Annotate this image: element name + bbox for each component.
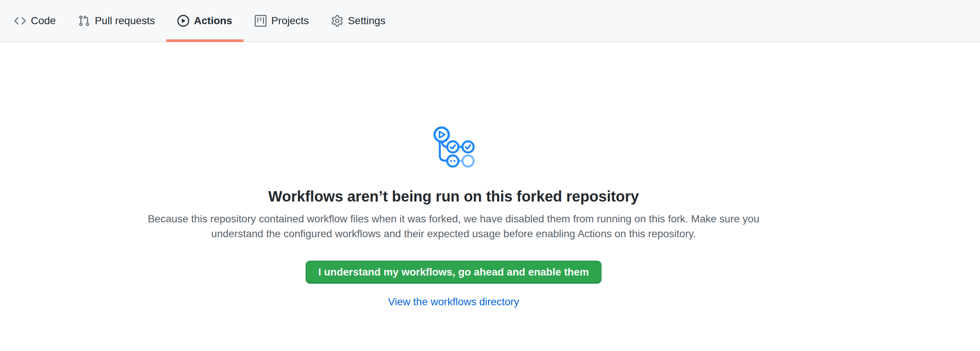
tab-settings-label: Settings — [348, 16, 385, 26]
tab-code[interactable]: Code — [3, 0, 67, 41]
tab-settings[interactable]: Settings — [320, 0, 397, 41]
project-icon — [255, 15, 267, 27]
enable-workflows-button[interactable]: I understand my workflows, go ahead and … — [305, 260, 601, 284]
play-circle-icon — [177, 15, 189, 27]
view-workflows-directory-link[interactable]: View the workflows directory — [388, 295, 519, 308]
repo-underline-nav: Code Pull requests Actions Projects Sett… — [0, 0, 980, 42]
tab-projects-label: Projects — [271, 16, 309, 26]
workflow-graph-icon — [432, 126, 476, 168]
tab-actions[interactable]: Actions — [166, 0, 243, 41]
git-pull-request-icon — [78, 15, 90, 27]
gear-icon — [331, 15, 343, 27]
actions-blankslate: Workflows aren’t being run on this forke… — [0, 42, 907, 308]
page-title: Workflows aren’t being run on this forke… — [0, 187, 907, 206]
tab-projects[interactable]: Projects — [243, 0, 320, 41]
tab-actions-label: Actions — [194, 16, 232, 26]
tab-code-label: Code — [31, 16, 56, 26]
code-icon — [14, 15, 26, 27]
blankslate-description: Because this repository contained workfl… — [145, 211, 762, 241]
tab-pull-requests[interactable]: Pull requests — [67, 0, 166, 41]
tab-pull-requests-label: Pull requests — [95, 16, 155, 26]
